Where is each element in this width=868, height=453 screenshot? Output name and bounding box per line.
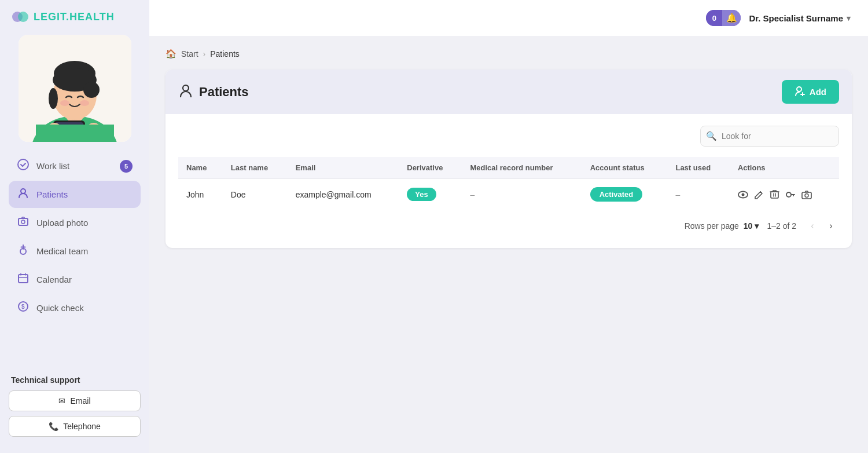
topbar: 0 🔔 Dr. Specialist Surname ▾ xyxy=(149,0,868,36)
medical-team-icon xyxy=(17,244,30,258)
worklist-icon xyxy=(17,159,30,173)
search-bar: 🔍 xyxy=(178,126,839,147)
key-action-icon[interactable] xyxy=(785,189,796,200)
svg-point-25 xyxy=(183,85,189,91)
search-input[interactable] xyxy=(700,126,839,147)
col-last-used: Last used xyxy=(667,157,729,179)
email-icon: ✉ xyxy=(58,396,65,405)
cell-name: John xyxy=(178,179,223,210)
svg-rect-31 xyxy=(802,192,811,199)
sidebar-item-calendar[interactable]: Calendar xyxy=(9,266,141,293)
patients-title-icon xyxy=(178,83,193,101)
svg-rect-16 xyxy=(36,125,114,142)
patients-title-text: Patients xyxy=(199,85,249,100)
svg-point-30 xyxy=(786,192,791,197)
cell-last-used: – xyxy=(667,179,729,210)
user-name: Dr. Specialist Surname xyxy=(749,13,843,23)
next-page-button[interactable]: › xyxy=(823,218,839,234)
svg-point-9 xyxy=(83,82,100,98)
logo: LEGIT.HEALTH xyxy=(0,0,149,29)
cell-email: example@gmail.com xyxy=(288,179,399,210)
sidebar-item-label: Calendar xyxy=(36,275,72,284)
patients-body: 🔍 Name Last name Email Derivative Medica… xyxy=(165,114,852,248)
bell-icon: 🔔 xyxy=(722,10,741,26)
search-icon: 🔍 xyxy=(706,131,717,141)
sidebar-item-label: Medical team xyxy=(36,246,88,256)
page-content: 🏠 Start › Patients Patients Add xyxy=(149,36,868,453)
rows-per-page: Rows per page 10 ▾ xyxy=(685,221,759,231)
sidebar-item-patients[interactable]: Patients xyxy=(9,181,141,208)
notification-count: 0 xyxy=(706,10,722,26)
sidebar-item-worklist[interactable]: Work list 5 xyxy=(9,152,141,180)
sidebar: LEGIT.HEALTH xyxy=(0,0,149,453)
edit-action-icon[interactable] xyxy=(754,189,764,199)
col-name: Name xyxy=(178,157,223,179)
sidebar-item-label: Patients xyxy=(36,189,68,199)
table-row: John Doe example@gmail.com Yes – Activat… xyxy=(178,179,839,210)
phone-icon: 📞 xyxy=(49,422,58,431)
breadcrumb-home[interactable]: Start xyxy=(181,49,198,59)
rows-per-page-label: Rows per page xyxy=(685,221,739,231)
add-patient-button[interactable]: Add xyxy=(782,80,839,104)
sidebar-item-label: Upload photo xyxy=(36,218,88,228)
col-email: Email xyxy=(288,157,399,179)
quick-check-icon: $ xyxy=(17,301,30,315)
email-support-button[interactable]: ✉ Email xyxy=(9,390,141,411)
camera-action-icon[interactable] xyxy=(801,189,812,200)
add-patient-icon xyxy=(795,86,805,98)
svg-text:$: $ xyxy=(21,304,25,310)
svg-point-32 xyxy=(805,193,808,197)
avatar xyxy=(19,35,131,142)
pagination: Rows per page 10 ▾ 1–2 of 2 ‹ › xyxy=(178,210,839,236)
breadcrumb-current: Patients xyxy=(210,49,240,59)
view-action-icon[interactable] xyxy=(738,189,748,200)
svg-point-1 xyxy=(18,12,28,22)
patients-icon xyxy=(17,187,30,202)
add-button-label: Add xyxy=(810,87,826,97)
page-info: 1–2 of 2 xyxy=(767,221,796,231)
cell-derivative: Yes xyxy=(399,179,462,210)
cell-medical-record-number: – xyxy=(462,179,582,210)
svg-point-18 xyxy=(21,189,25,193)
patients-table: Name Last name Email Derivative Medical … xyxy=(178,157,839,210)
sidebar-item-upload-photo[interactable]: Upload photo xyxy=(9,209,141,236)
rows-per-page-select[interactable]: 10 ▾ xyxy=(744,221,759,231)
telephone-label: Telephone xyxy=(63,422,101,431)
account-status-badge: Activated xyxy=(590,187,643,202)
table-body: John Doe example@gmail.com Yes – Activat… xyxy=(178,179,839,210)
sidebar-item-medical-team[interactable]: Medical team xyxy=(9,238,141,265)
chevron-down-icon: ▾ xyxy=(755,221,759,231)
breadcrumb-separator: › xyxy=(203,49,206,59)
patients-header: Patients Add xyxy=(165,70,852,114)
home-icon: 🏠 xyxy=(165,49,176,59)
calendar-icon xyxy=(17,272,30,287)
user-menu[interactable]: Dr. Specialist Surname ▾ xyxy=(749,13,851,23)
svg-rect-19 xyxy=(19,218,28,225)
svg-point-17 xyxy=(18,159,28,170)
email-label: Email xyxy=(70,396,90,405)
cell-account-status: Activated xyxy=(582,179,668,210)
sidebar-item-quick-check[interactable]: $ Quick check xyxy=(9,294,141,322)
main-content: 0 🔔 Dr. Specialist Surname ▾ 🏠 Start › P… xyxy=(149,0,868,453)
logo-text: LEGIT.HEALTH xyxy=(34,11,115,23)
tech-support-title: Technical support xyxy=(9,375,141,385)
svg-point-28 xyxy=(741,193,744,196)
prev-page-button[interactable]: ‹ xyxy=(804,218,821,234)
search-input-wrapper: 🔍 xyxy=(700,126,839,147)
cell-last-name: Doe xyxy=(223,179,288,210)
col-last-name: Last name xyxy=(223,157,288,179)
col-actions: Actions xyxy=(730,157,839,179)
svg-point-26 xyxy=(797,87,801,92)
upload-photo-icon xyxy=(17,215,30,230)
col-medical-record-number: Medical record number xyxy=(462,157,582,179)
cell-actions xyxy=(730,179,839,210)
logo-icon xyxy=(12,10,29,23)
svg-rect-22 xyxy=(19,275,28,283)
notification-button[interactable]: 0 🔔 xyxy=(706,10,741,26)
delete-action-icon[interactable] xyxy=(770,189,779,199)
telephone-support-button[interactable]: 📞 Telephone xyxy=(9,416,141,437)
derivative-badge: Yes xyxy=(407,188,436,201)
patients-title: Patients xyxy=(178,83,249,101)
col-derivative: Derivative xyxy=(399,157,462,179)
page-nav: ‹ › xyxy=(804,218,839,234)
